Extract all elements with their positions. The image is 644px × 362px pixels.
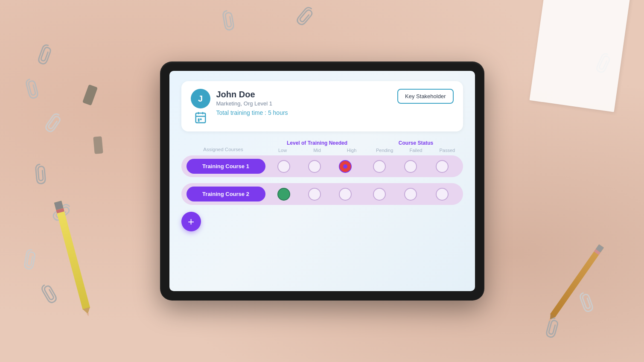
course-2-radio-high[interactable] [339, 188, 352, 201]
training-sub-labels: Low Mid High [265, 148, 369, 153]
course-1-button[interactable]: Training Course 1 [186, 159, 265, 174]
add-course-button[interactable]: + [181, 212, 201, 231]
course-1-radio-pending[interactable] [373, 160, 386, 173]
eraser-2 [93, 136, 103, 154]
paperclip-4 [33, 162, 48, 186]
course-2-status-radios [364, 188, 458, 201]
table-header-row: Assigned Courses Level of Training Neede… [181, 140, 463, 155]
course-row-1: Training Course 1 [181, 155, 463, 177]
paperclip-7 [38, 280, 60, 307]
paperclip-2 [23, 76, 41, 102]
tablet-frame: J John Do [160, 61, 484, 301]
training-time: Total training time : 5 hours [216, 109, 288, 116]
pencil-2 [550, 244, 604, 318]
avatar: J [191, 89, 210, 108]
status-group-header: Course Status Pending Failed Passed [369, 140, 463, 153]
paperclip-5 [49, 200, 75, 225]
paperclip-9 [576, 289, 596, 315]
status-sub-failed: Failed [405, 148, 426, 153]
paperclip-6 [21, 247, 38, 272]
app-container: J John Do [169, 71, 475, 291]
key-stakeholder-button[interactable]: Key Stakeholder [397, 89, 453, 104]
paperclip-8 [593, 50, 614, 76]
paperclip-11 [220, 8, 236, 33]
status-group-title: Course Status [399, 140, 433, 146]
tablet-screen: J John Do [169, 71, 475, 291]
course-1-radio-mid[interactable] [308, 160, 321, 173]
training-sub-high: High [341, 148, 362, 153]
status-sub-pending: Pending [374, 148, 395, 153]
eraser-1 [82, 85, 98, 106]
white-paper [529, 0, 630, 112]
course-row-2: Training Course 2 [181, 183, 463, 205]
training-group-header: Level of Training Needed Low Mid High [265, 140, 369, 153]
course-1-radio-low[interactable] [277, 160, 290, 173]
svg-rect-6 [198, 120, 199, 122]
course-2-radio-mid[interactable] [308, 188, 321, 201]
course-2-radio-pending[interactable] [373, 188, 386, 201]
course-1-radio-high[interactable] [339, 160, 352, 173]
avatar-section: J [191, 89, 210, 124]
paperclip-12 [293, 3, 318, 29]
course-2-radio-passed[interactable] [436, 188, 449, 201]
status-sub-labels: Pending Failed Passed [369, 148, 463, 153]
course-1-radio-failed[interactable] [404, 160, 417, 173]
profile-org: Marketing, Org Level 1 [216, 100, 288, 107]
course-2-radio-failed[interactable] [404, 188, 417, 201]
course-2-training-radios [265, 188, 364, 201]
status-sub-passed: Passed [437, 148, 458, 153]
paperclip-10 [543, 315, 561, 341]
svg-rect-4 [198, 119, 199, 120]
training-sub-mid: Mid [306, 148, 328, 153]
paperclip-1 [35, 41, 55, 68]
courses-section: Assigned Courses Level of Training Neede… [181, 140, 463, 281]
profile-name: John Doe [216, 90, 288, 99]
pencil-1 [54, 201, 90, 310]
profile-left: J John Do [191, 89, 288, 124]
calendar-icon [194, 111, 207, 124]
avatar-letter: J [198, 94, 203, 104]
course-2-button[interactable]: Training Course 2 [186, 187, 265, 201]
profile-info: John Doe Marketing, Org Level 1 Total tr… [216, 89, 288, 116]
course-2-radio-low[interactable] [277, 188, 290, 201]
assigned-col-header: Assigned Courses [181, 147, 265, 153]
course-1-training-radios [265, 160, 364, 173]
training-sub-low: Low [272, 148, 293, 153]
training-group-title: Level of Training Needed [287, 140, 347, 146]
course-1-status-radios [364, 160, 458, 173]
svg-rect-0 [195, 113, 205, 123]
course-1-radio-passed[interactable] [436, 160, 449, 173]
paperclip-3 [41, 109, 65, 136]
svg-rect-5 [200, 119, 201, 120]
profile-card: J John Do [181, 81, 463, 131]
